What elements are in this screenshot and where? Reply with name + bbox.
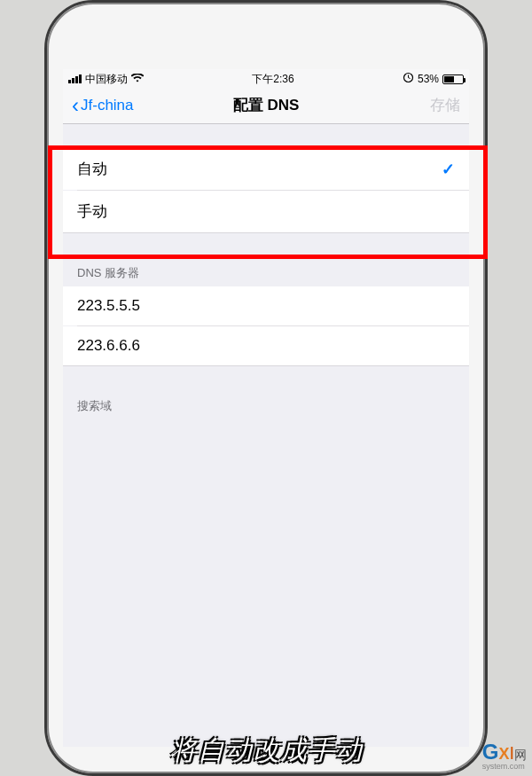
watermark: GXI网 system.com bbox=[482, 741, 527, 771]
search-domain-group: 搜索域 bbox=[63, 393, 469, 419]
cell-label: 自动 bbox=[77, 159, 107, 179]
clock-label: 下午2:36 bbox=[252, 72, 293, 87]
mode-option-auto[interactable]: 自动 ✓ bbox=[63, 147, 469, 190]
dns-mode-group: 自动 ✓ 手动 bbox=[63, 147, 469, 233]
battery-icon bbox=[442, 74, 464, 84]
nav-bar: ‹ Jf-china 配置 DNS 存储 bbox=[63, 87, 469, 124]
signal-icon bbox=[68, 74, 82, 83]
group-header: DNS 服务器 bbox=[63, 260, 469, 286]
chevron-left-icon: ‹ bbox=[72, 95, 79, 116]
watermark-x: X bbox=[498, 746, 509, 762]
status-bar: 中国移动 下午2:36 53% bbox=[63, 69, 469, 87]
rotation-lock-icon bbox=[403, 72, 414, 86]
video-caption: 将自动改成手动 bbox=[0, 733, 532, 769]
save-button[interactable]: 存储 bbox=[430, 95, 460, 115]
status-left: 中国移动 bbox=[68, 72, 144, 87]
back-button[interactable]: ‹ Jf-china bbox=[72, 95, 134, 116]
cell-label: 223.6.6.6 bbox=[77, 337, 140, 355]
mode-option-manual[interactable]: 手动 bbox=[63, 191, 469, 233]
dns-server-row[interactable]: 223.6.6.6 bbox=[63, 326, 469, 366]
status-right: 53% bbox=[403, 72, 464, 86]
back-label: Jf-china bbox=[81, 97, 134, 114]
watermark-sub: system.com bbox=[482, 763, 527, 771]
cell-label: 手动 bbox=[77, 201, 107, 222]
phone-frame: 中国移动 下午2:36 53% ‹ Jf-china 配置 DNS 存储 bbox=[44, 0, 488, 776]
screen: 中国移动 下午2:36 53% ‹ Jf-china 配置 DNS 存储 bbox=[63, 69, 469, 747]
watermark-g: G bbox=[482, 741, 499, 763]
watermark-net: 网 bbox=[514, 748, 527, 762]
wifi-icon bbox=[131, 73, 144, 86]
group-header: 搜索域 bbox=[63, 393, 469, 419]
dns-servers-group: DNS 服务器 223.5.5.5 223.6.6.6 bbox=[63, 260, 469, 366]
cell-label: 223.5.5.5 bbox=[77, 297, 140, 315]
carrier-label: 中国移动 bbox=[85, 72, 128, 87]
dns-server-row[interactable]: 223.5.5.5 bbox=[63, 286, 469, 325]
checkmark-icon: ✓ bbox=[442, 160, 455, 179]
content-area: 自动 ✓ 手动 DNS 服务器 223.5.5.5 223.6.6.6 bbox=[63, 147, 469, 419]
battery-percent: 53% bbox=[418, 73, 439, 85]
